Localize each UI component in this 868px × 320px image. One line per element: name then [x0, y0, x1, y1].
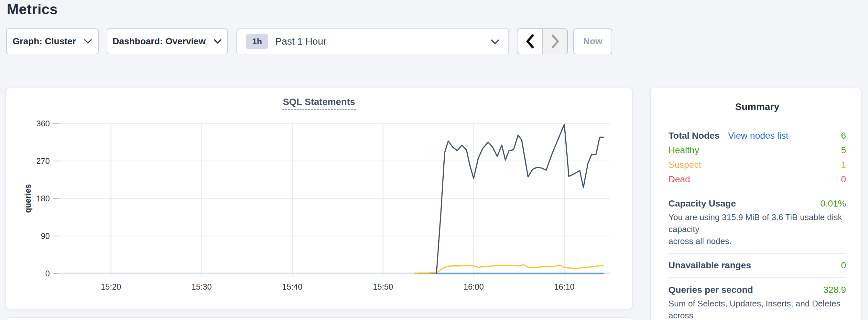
dead-value: 0 [841, 174, 846, 185]
chevron-down-icon [84, 39, 92, 44]
previous-time-button[interactable] [518, 29, 542, 54]
chevron-down-icon [490, 39, 500, 45]
queries-per-second-value: 328.9 [824, 285, 846, 295]
low-yellow-series [414, 265, 603, 274]
total-nodes-label: Total Nodes [669, 131, 719, 141]
y-axis-tick-label: 0 [45, 269, 50, 278]
healthy-value: 5 [841, 145, 846, 156]
next-time-button[interactable] [542, 29, 567, 54]
dashboard-dropdown[interactable]: Dashboard: Overview [107, 28, 228, 54]
time-step-buttons [517, 28, 568, 54]
sql-statements-chart[interactable]: 15:2015:3015:4015:5016:0016:100901802703… [6, 88, 633, 310]
queries-per-second-caption: Sum of Selects, Updates, Inserts, and De… [669, 298, 846, 320]
capacity-usage-row: Capacity Usage 0.01% [669, 196, 846, 212]
time-range-badge: 1h [246, 34, 268, 49]
suspect-value: 1 [841, 160, 846, 170]
y-axis-tick-label: 270 [36, 156, 50, 165]
total-nodes-value: 6 [841, 131, 846, 141]
capacity-usage-caption: You are using 315.9 MiB of 3.6 TiB usabl… [669, 212, 846, 247]
y-axis-tick-label: 360 [36, 119, 50, 128]
unavailable-ranges-value: 0 [841, 260, 846, 270]
now-button-label: Now [583, 36, 602, 46]
sql-statements-chart-card: SQL Statements 15:2015:3015:4015:5016:00… [5, 88, 632, 309]
suspect-nodes-row: Suspect 1 [669, 157, 846, 172]
dead-label: Dead [669, 174, 690, 185]
queries-per-second-row: Queries per second 328.9 [669, 282, 846, 298]
x-axis-tick-label: 15:40 [282, 282, 303, 291]
divider [669, 191, 846, 191]
capacity-usage-label: Capacity Usage [669, 198, 736, 209]
healthy-label: Healthy [669, 145, 699, 156]
chart-title[interactable]: SQL Statements [282, 97, 356, 110]
chevron-left-icon [524, 33, 536, 50]
unavailable-ranges-row: Unavailable ranges 0 [669, 258, 846, 273]
chevron-right-icon [550, 33, 561, 50]
time-range-selector[interactable]: 1h Past 1 Hour [237, 28, 509, 54]
divider [669, 253, 846, 254]
main-navy-series [437, 124, 603, 274]
x-axis-tick-label: 15:30 [191, 282, 212, 291]
nodes-summary: Total Nodes View nodes list 6 Healthy 5 … [669, 128, 846, 187]
divider [669, 277, 846, 278]
view-nodes-list-link[interactable]: View nodes list [728, 131, 788, 141]
queries-per-second-label: Queries per second [669, 285, 753, 295]
healthy-nodes-row: Healthy 5 [669, 143, 846, 157]
chevron-down-icon [213, 39, 222, 44]
summary-title: Summary [669, 101, 846, 112]
page-title: Metrics [7, 1, 58, 18]
suspect-label: Suspect [669, 160, 701, 170]
next-chart-card-partial [5, 317, 632, 320]
unavailable-ranges-label: Unavailable ranges [669, 260, 751, 270]
x-axis-tick-label: 16:00 [463, 282, 484, 291]
y-axis-tick-label: 90 [41, 231, 50, 241]
x-axis-tick-label: 15:20 [101, 282, 121, 291]
summary-panel: Summary Total Nodes View nodes list 6 He… [650, 88, 862, 320]
capacity-usage-value: 0.01% [820, 198, 846, 209]
time-range-label: Past 1 Hour [275, 36, 326, 47]
y-axis-label: queries [23, 184, 32, 213]
x-axis-tick-label: 16:10 [554, 282, 575, 291]
x-axis-tick-label: 15:50 [373, 282, 393, 291]
graph-dropdown[interactable]: Graph: Cluster [6, 28, 99, 54]
graph-dropdown-label: Graph: Cluster [12, 36, 76, 46]
dead-nodes-row: Dead 0 [669, 172, 846, 187]
total-nodes-row: Total Nodes View nodes list 6 [669, 128, 846, 143]
dashboard-dropdown-label: Dashboard: Overview [113, 36, 206, 46]
now-button[interactable]: Now [574, 28, 612, 54]
y-axis-tick-label: 180 [36, 194, 50, 203]
